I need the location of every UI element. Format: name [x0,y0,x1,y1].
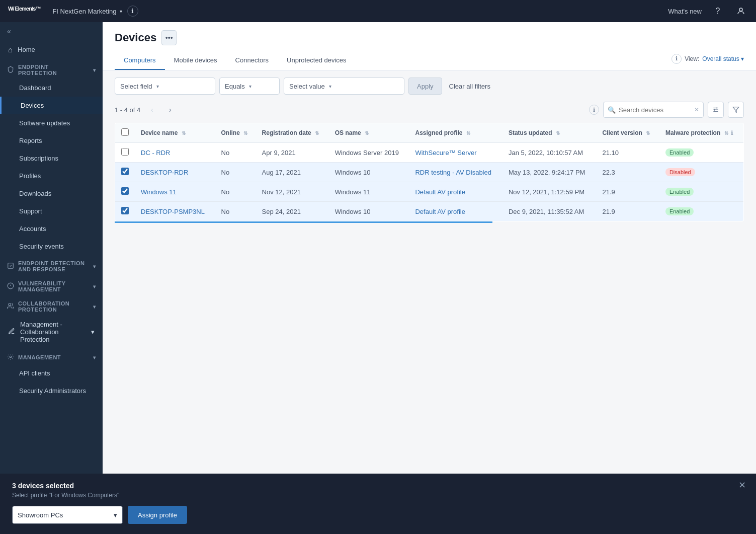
sidebar-item-subscriptions[interactable]: Subscriptions [0,149,103,167]
sidebar-collapse-button[interactable]: « [0,22,103,40]
apply-filter-button[interactable]: Apply [408,78,442,95]
sort-device-name-icon[interactable]: ⇅ [182,130,186,136]
table-filter-button[interactable] [728,102,744,118]
sidebar-item-home[interactable]: ⌂ Home [0,40,103,59]
col-online: Online ⇅ [215,123,256,143]
mgmt-chevron-icon: ▾ [93,355,96,360]
col-malware-protection: Malware protection ⇅ ℹ [659,123,744,143]
sidebar-item-downloads[interactable]: Downloads [0,185,103,202]
sidebar-item-reports[interactable]: Reports [0,132,103,149]
assign-profile-button[interactable]: Assign profile [128,506,187,524]
table-count: 1 - 4 of 4 [115,106,140,114]
whats-new-link[interactable]: What's new [668,8,702,15]
bottom-bar-title: 3 devices selected [12,482,744,490]
next-page-button[interactable]: › [163,103,177,116]
sidebar-item-software-updates[interactable]: Software updates [0,114,103,132]
col-client-version: Client version ⇅ [596,123,659,143]
mgmt-collab-icon [8,328,15,336]
malware-badge: Enabled [665,188,694,196]
sidebar-item-dashboard[interactable]: Dashboard [0,79,103,97]
status-updated-cell: Nov 12, 2021, 1:12:59 PM [502,182,597,202]
org-name: FI NextGen Marketing [52,8,116,15]
org-chevron-icon: ▾ [120,9,122,14]
malware-protection-cell: Enabled [659,182,744,202]
filter-field-select[interactable]: Select field ▾ [115,78,215,95]
col-device-name: Device name ⇅ [135,123,215,143]
view-info-icon[interactable]: ℹ [671,54,682,64]
assigned-profile-link[interactable]: RDR testing - AV Disabled [415,169,491,176]
select-all-checkbox[interactable] [121,128,129,136]
sidebar-item-profiles[interactable]: Profiles [0,167,103,185]
filter-equals-select[interactable]: Equals ▾ [219,78,280,95]
row-checkbox[interactable] [121,168,129,175]
malware-protection-cell: Enabled [659,202,744,221]
sidebar: « ⌂ Home ENDPOINT PROTECTION ▾ Dashboard… [0,22,103,534]
tab-connectors[interactable]: Connectors [226,51,278,70]
device-name-link[interactable]: DESKTOP-RDR [141,169,188,176]
table-row: DESKTOP-PSMP3NL No Sep 24, 2021 Windows … [115,202,744,221]
filter-value-select[interactable]: Select value ▾ [284,78,404,95]
tab-computers[interactable]: Computers [115,51,165,70]
sidebar-item-devices[interactable]: Devices [0,97,103,114]
device-name-link[interactable]: DC - RDR [141,149,171,157]
col-registration-date: Registration date ⇅ [256,123,329,143]
sidebar-section-management[interactable]: MANAGEMENT ▾ [0,348,103,364]
view-selector: ℹ View: Overall status ▾ [671,54,744,68]
sidebar-item-support[interactable]: Support [0,202,103,220]
row-checkbox[interactable] [121,207,129,214]
tab-unprotected-devices[interactable]: Unprotected devices [278,51,356,70]
os-name-cell: Windows Server 2019 [329,143,409,163]
assigned-profile-link[interactable]: Default AV profile [415,188,465,196]
assigned-profile-link[interactable]: WithSecure™ Server [415,149,476,157]
malware-info-icon[interactable]: ℹ [731,130,733,136]
user-icon[interactable] [734,4,748,18]
row-checkbox[interactable] [121,187,129,195]
org-selector[interactable]: FI NextGen Marketing ▾ [52,8,122,15]
main-content: Devices ••• Computers Mobile devices Con… [103,22,756,534]
sidebar-item-accounts[interactable]: Accounts [0,220,103,238]
sidebar-section-endpoint[interactable]: ENDPOINT PROTECTION ▾ [0,59,103,79]
org-info-icon[interactable]: ℹ [127,6,138,17]
sort-profile-icon[interactable]: ⇅ [466,130,470,136]
content-header: Devices ••• Computers Mobile devices Con… [103,22,756,70]
prev-page-button[interactable]: ‹ [145,103,158,116]
sidebar-section-collab[interactable]: COLLABORATION PROTECTION ▾ [0,295,103,316]
help-icon[interactable]: ? [711,4,725,18]
page-options-button[interactable]: ••• [161,30,177,45]
table-info-icon[interactable]: ℹ [589,105,599,115]
search-input[interactable] [619,106,691,114]
sidebar-item-security-events[interactable]: Security events [0,238,103,255]
sort-client-icon[interactable]: ⇅ [646,130,650,136]
filter-bar: Select field ▾ Equals ▾ Select value ▾ A… [103,70,756,102]
device-name-link[interactable]: Windows 11 [141,188,177,196]
column-toggle-button[interactable] [708,102,724,118]
row-checkbox[interactable] [121,148,129,156]
sidebar-section-vulnerability[interactable]: VULNERABILITY MANAGEMENT ▾ [0,275,103,295]
os-name-cell: Windows 10 [329,202,409,221]
status-updated-cell: Dec 9, 2021, 11:35:52 AM [502,202,597,221]
page-title: Devices [115,31,156,44]
client-version-cell: 21.10 [596,143,659,163]
sort-os-icon[interactable]: ⇅ [365,130,369,136]
tabs-bar: Computers Mobile devices Connectors Unpr… [115,51,744,70]
malware-badge: Disabled [665,168,695,176]
assigned-profile-link[interactable]: Default AV profile [415,208,465,215]
sort-malware-icon[interactable]: ⇅ [724,130,728,136]
view-value-link[interactable]: Overall status ▾ [702,55,744,62]
tab-mobile-devices[interactable]: Mobile devices [165,51,226,70]
home-icon: ⌂ [8,45,13,54]
device-name-link[interactable]: DESKTOP-PSMP3NL [141,208,205,215]
profile-select[interactable]: Showroom PCs ▾ [12,506,123,524]
sidebar-item-api-clients[interactable]: API clients [0,364,103,382]
reg-date-cell: Aug 17, 2021 [256,163,329,182]
sidebar-item-security-admins[interactable]: Security Administrators [0,382,103,400]
sort-status-icon[interactable]: ⇅ [556,130,560,136]
sort-online-icon[interactable]: ⇅ [243,130,247,136]
sidebar-item-mgmt-collab[interactable]: Management - Collaboration Protection ▾ [0,316,103,348]
search-clear-icon[interactable]: ✕ [694,106,699,113]
bottom-bar-close-button[interactable]: ✕ [738,480,746,491]
clear-filters-link[interactable]: Clear all filters [446,83,493,90]
sort-reg-date-icon[interactable]: ⇅ [315,130,319,136]
table-row: DC - RDR No Apr 9, 2021 Windows Server 2… [115,143,744,163]
sidebar-section-edr[interactable]: ENDPOINT DETECTION AND RESPONSE ▾ [0,255,103,275]
